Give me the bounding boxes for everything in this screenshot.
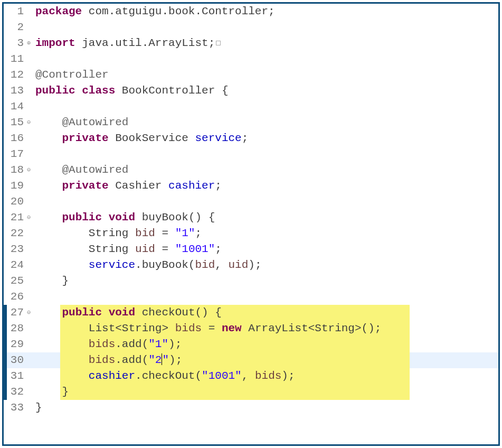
token-type: String — [89, 243, 129, 255]
code-line[interactable]: 32 } — [4, 384, 498, 400]
gutter-annotation[interactable]: ⊖ — [27, 162, 34, 178]
token-txt — [128, 227, 135, 239]
code-content[interactable]: import java.util.ArrayList; — [34, 35, 498, 51]
code-area[interactable]: 1package com.atguigu.book.Controller;23⊕… — [4, 4, 498, 444]
token-var: bids — [255, 370, 281, 382]
line-number: 29 — [4, 337, 27, 352]
code-line[interactable]: 30 bids.add("2"); — [4, 352, 498, 368]
code-line[interactable]: 19 private Cashier cashier; — [4, 178, 498, 194]
code-line[interactable]: 17 — [4, 146, 498, 162]
token-txt — [35, 306, 62, 319]
code-content[interactable]: private Cashier cashier; — [34, 178, 498, 194]
token-txt — [102, 306, 109, 319]
code-content[interactable] — [34, 146, 498, 162]
token-type: BookController — [122, 85, 215, 97]
token-txt: .add( — [115, 354, 148, 366]
line-number: 16 — [4, 130, 27, 146]
code-line[interactable]: 16 private BookService service; — [4, 130, 498, 146]
change-marker — [4, 321, 7, 337]
gutter-annotation[interactable]: ⊖ — [27, 210, 34, 226]
token-txt — [35, 164, 62, 176]
change-marker — [4, 337, 7, 352]
token-txt — [188, 132, 195, 144]
token-txt — [242, 322, 249, 334]
code-line[interactable]: 12@Controller — [4, 67, 498, 83]
code-content[interactable]: @Controller — [34, 67, 498, 83]
code-content[interactable] — [34, 20, 498, 35]
gutter-annotation — [27, 4, 34, 20]
code-line[interactable]: 21⊖ public void buyBook() { — [4, 210, 498, 226]
code-line[interactable]: 26 — [4, 289, 498, 305]
token-kw: import — [35, 37, 75, 49]
code-line[interactable]: 13public class BookController { — [4, 83, 498, 99]
code-content[interactable]: package com.atguigu.book.Controller; — [34, 4, 498, 20]
code-line[interactable]: 28 List<String> bids = new ArrayList<Str… — [4, 321, 498, 337]
code-content[interactable]: String bid = "1"; — [34, 226, 498, 241]
token-txt — [35, 354, 89, 366]
token-kw: private — [62, 132, 108, 144]
gutter-annotation — [27, 146, 34, 162]
code-line[interactable]: 1package com.atguigu.book.Controller; — [4, 4, 498, 20]
token-field: service — [195, 132, 241, 144]
code-content[interactable]: cashier.checkOut("1001", bids); — [34, 368, 498, 384]
line-number: 21 — [4, 210, 27, 226]
code-line[interactable]: 14 — [4, 99, 498, 115]
token-field: cashier — [89, 370, 135, 382]
gutter-annotation[interactable]: ⊕ — [27, 35, 34, 51]
code-content[interactable]: public void buyBook() { — [34, 210, 498, 226]
token-txt — [35, 259, 89, 271]
code-line[interactable]: 20 — [4, 194, 498, 210]
token-txt: ); — [168, 338, 182, 350]
code-line[interactable]: 33} — [4, 400, 498, 416]
code-content[interactable]: public void checkOut() { — [34, 305, 498, 321]
code-content[interactable] — [34, 194, 498, 210]
token-txt — [135, 306, 142, 319]
token-kw: void — [109, 306, 135, 319]
code-content[interactable]: service.buyBook(bid, uid); — [34, 257, 498, 273]
code-content[interactable]: public class BookController { — [34, 83, 498, 99]
code-content[interactable]: } — [34, 384, 498, 400]
token-var: bid — [135, 227, 155, 239]
code-line[interactable]: 24 service.buyBook(bid, uid); — [4, 257, 498, 273]
code-content[interactable]: List<String> bids = new ArrayList<String… — [34, 321, 498, 337]
code-line[interactable]: 29 bids.add("1"); — [4, 337, 498, 352]
token-str: "2 — [148, 354, 162, 366]
gutter-annotation — [27, 337, 34, 352]
token-txt — [135, 211, 142, 223]
token-txt — [35, 370, 89, 382]
code-content[interactable] — [34, 99, 498, 115]
token-var: bids — [89, 338, 115, 350]
line-number: 22 — [4, 226, 27, 241]
code-content[interactable]: @Autowired — [34, 162, 498, 178]
code-line[interactable]: 3⊕import java.util.ArrayList; — [4, 35, 498, 51]
fold-indicator-icon[interactable] — [216, 41, 221, 45]
code-line[interactable]: 11 — [4, 51, 498, 67]
code-content[interactable]: } — [34, 273, 498, 289]
code-content[interactable] — [34, 51, 498, 67]
token-txt: .buyBook( — [135, 259, 195, 271]
gutter-annotation — [27, 400, 34, 416]
token-txt: , — [215, 259, 228, 271]
code-content[interactable]: bids.add("1"); — [34, 337, 498, 352]
code-content[interactable]: private BookService service; — [34, 130, 498, 146]
code-content[interactable]: String uid = "1001"; — [34, 241, 498, 257]
code-line[interactable]: 15⊖ @Autowired — [4, 115, 498, 130]
token-kw: public — [35, 85, 75, 97]
code-content[interactable]: @Autowired — [34, 115, 498, 130]
code-line[interactable]: 31 cashier.checkOut("1001", bids); — [4, 368, 498, 384]
code-line[interactable]: 27⊖ public void checkOut() { — [4, 305, 498, 321]
gutter-annotation[interactable]: ⊖ — [27, 305, 34, 321]
code-line[interactable]: 23 String uid = "1001"; — [4, 241, 498, 257]
code-line[interactable]: 18⊖ @Autowired — [4, 162, 498, 178]
code-editor[interactable]: 1package com.atguigu.book.Controller;23⊕… — [2, 2, 500, 446]
line-number: 19 — [4, 178, 27, 194]
code-content[interactable]: } — [34, 400, 498, 416]
code-line[interactable]: 2 — [4, 20, 498, 35]
gutter-annotation — [27, 130, 34, 146]
gutter-annotation[interactable]: ⊖ — [27, 115, 34, 130]
code-line[interactable]: 25 } — [4, 273, 498, 289]
token-txt: ); — [281, 370, 295, 382]
code-content[interactable] — [34, 289, 498, 305]
code-content[interactable]: bids.add("2"); — [34, 352, 498, 368]
code-line[interactable]: 22 String bid = "1"; — [4, 226, 498, 241]
